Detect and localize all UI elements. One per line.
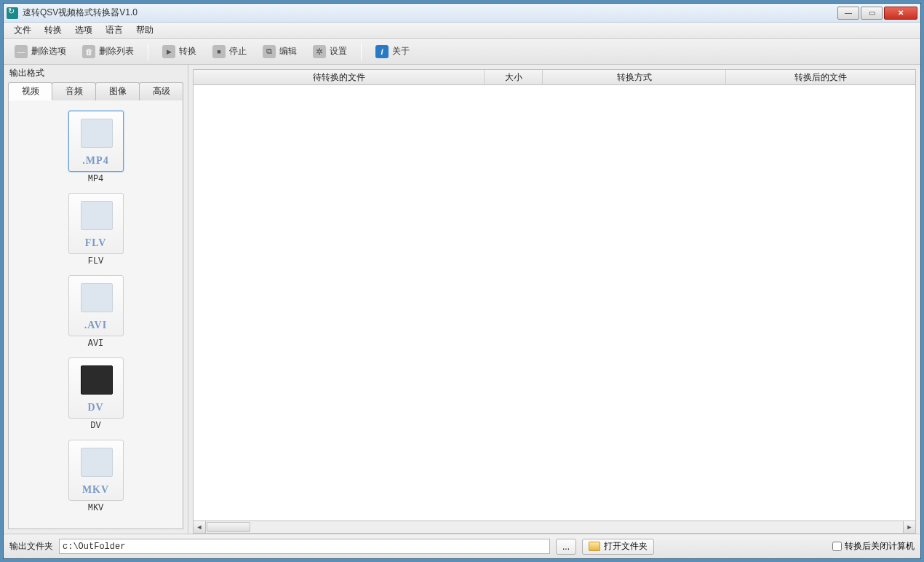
- scroll-thumb[interactable]: [207, 522, 250, 532]
- scroll-left-arrow-icon[interactable]: ◄: [194, 521, 206, 533]
- stop-button[interactable]: 停止: [206, 42, 253, 61]
- folder-icon: [589, 542, 600, 551]
- delete-list-button[interactable]: 🗑 删除列表: [76, 42, 140, 61]
- convert-button[interactable]: 转换: [156, 42, 203, 61]
- toolbar-separator: [361, 43, 362, 60]
- play-icon: [162, 45, 175, 58]
- titlebar: 速转QSV视频格式转换器V1.0 — ▭ ✕: [4, 4, 920, 23]
- col-file[interactable]: 待转换的文件: [194, 70, 485, 84]
- col-method[interactable]: 转换方式: [543, 70, 726, 84]
- format-thumb: FLV: [68, 193, 124, 254]
- format-item-avi[interactable]: .AVIAVI: [63, 275, 129, 349]
- menubar: 文件 转换 选项 语言 帮助: [4, 23, 920, 39]
- left-panel: 输出格式 视频 音频 图像 高级 .MP4MP4FLVFLV.AVIAVIDVD…: [4, 65, 188, 534]
- gear-icon: [313, 45, 326, 58]
- col-size[interactable]: 大小: [485, 70, 543, 84]
- shutdown-label: 转换后关闭计算机: [845, 540, 915, 553]
- about-button[interactable]: 关于: [369, 42, 416, 61]
- edit-label: 编辑: [279, 45, 297, 58]
- format-ext: FLV: [85, 237, 107, 249]
- file-icon: [81, 365, 113, 395]
- edit-icon: [263, 45, 276, 58]
- close-button[interactable]: ✕: [884, 7, 917, 20]
- shutdown-checkbox[interactable]: [832, 542, 842, 551]
- convert-label: 转换: [179, 45, 196, 58]
- format-ext: MKV: [82, 484, 109, 496]
- file-icon: [81, 119, 113, 148]
- format-thumb: DV: [68, 357, 124, 419]
- stop-icon: [212, 45, 226, 58]
- output-folder-label: 输出文件夹: [9, 540, 53, 553]
- format-label: FLV: [63, 256, 129, 266]
- toolbar: — 删除选项 🗑 删除列表 转换 停止 编辑 设置 关于: [4, 39, 920, 65]
- format-list[interactable]: .MP4MP4FLVFLV.AVIAVIDVDVMKVMKV: [8, 100, 183, 529]
- tab-video[interactable]: 视频: [8, 82, 52, 100]
- minus-icon: —: [15, 45, 28, 58]
- stop-label: 停止: [229, 45, 247, 58]
- content: 输出格式 视频 音频 图像 高级 .MP4MP4FLVFLV.AVIAVIDVD…: [4, 65, 920, 534]
- info-icon: [375, 45, 389, 58]
- format-item-dv[interactable]: DVDV: [63, 357, 129, 431]
- horizontal-scrollbar[interactable]: ◄ ►: [193, 521, 916, 534]
- file-icon: [81, 448, 113, 477]
- format-item-mkv[interactable]: MKVMKV: [63, 440, 129, 513]
- settings-label: 设置: [330, 45, 347, 58]
- menu-language[interactable]: 语言: [100, 23, 129, 38]
- delete-selection-label: 删除选项: [31, 45, 66, 58]
- menu-options[interactable]: 选项: [69, 23, 98, 38]
- shutdown-checkbox-wrap[interactable]: 转换后关闭计算机: [832, 540, 915, 553]
- file-list-header: 待转换的文件 大小 转换方式 转换后的文件: [193, 69, 916, 85]
- format-ext: .AVI: [84, 320, 107, 331]
- format-label: DV: [63, 421, 129, 431]
- about-label: 关于: [392, 45, 410, 58]
- tab-advanced[interactable]: 高级: [139, 82, 183, 100]
- col-output[interactable]: 转换后的文件: [726, 70, 915, 84]
- menu-convert[interactable]: 转换: [39, 23, 68, 38]
- menu-file[interactable]: 文件: [8, 23, 37, 38]
- app-window: 速转QSV视频格式转换器V1.0 — ▭ ✕ 文件 转换 选项 语言 帮助 — …: [3, 3, 921, 559]
- app-icon: [7, 7, 18, 19]
- open-folder-button[interactable]: 打开文件夹: [582, 539, 654, 555]
- output-format-title: 输出格式: [4, 65, 188, 79]
- window-controls: — ▭ ✕: [837, 7, 917, 20]
- format-label: AVI: [63, 339, 129, 349]
- minimize-button[interactable]: —: [837, 7, 859, 20]
- browse-button[interactable]: ...: [556, 539, 576, 555]
- scroll-right-arrow-icon[interactable]: ►: [903, 521, 915, 533]
- delete-selection-button[interactable]: — 删除选项: [8, 42, 73, 61]
- format-label: MKV: [63, 503, 129, 513]
- delete-list-label: 删除列表: [99, 45, 134, 58]
- format-thumb: .MP4: [68, 111, 124, 172]
- format-label: MP4: [63, 174, 129, 184]
- file-list-body[interactable]: [193, 85, 916, 521]
- format-tabs: 视频 音频 图像 高级: [4, 82, 188, 100]
- maximize-button[interactable]: ▭: [861, 7, 883, 20]
- settings-button[interactable]: 设置: [306, 42, 354, 61]
- format-item-flv[interactable]: FLVFLV: [63, 193, 129, 266]
- format-ext: .MP4: [82, 155, 108, 167]
- format-thumb: .AVI: [68, 275, 124, 336]
- format-ext: DV: [87, 402, 103, 413]
- format-item-mp4[interactable]: .MP4MP4: [63, 111, 129, 184]
- edit-button[interactable]: 编辑: [256, 42, 303, 61]
- open-folder-label: 打开文件夹: [604, 540, 648, 553]
- toolbar-separator: [148, 43, 148, 60]
- bottombar: 输出文件夹 ... 打开文件夹 转换后关闭计算机: [4, 534, 920, 558]
- trash-icon: 🗑: [82, 45, 95, 58]
- browse-label: ...: [562, 542, 570, 552]
- right-panel: 待转换的文件 大小 转换方式 转换后的文件 ◄ ►: [188, 65, 920, 534]
- file-icon: [81, 201, 113, 230]
- tab-audio[interactable]: 音频: [52, 82, 96, 100]
- window-title: 速转QSV视频格式转换器V1.0: [23, 7, 138, 19]
- menu-help[interactable]: 帮助: [130, 23, 159, 38]
- output-folder-input[interactable]: [59, 539, 550, 554]
- tab-image[interactable]: 图像: [95, 82, 140, 100]
- format-thumb: MKV: [68, 440, 124, 501]
- file-icon: [81, 283, 113, 312]
